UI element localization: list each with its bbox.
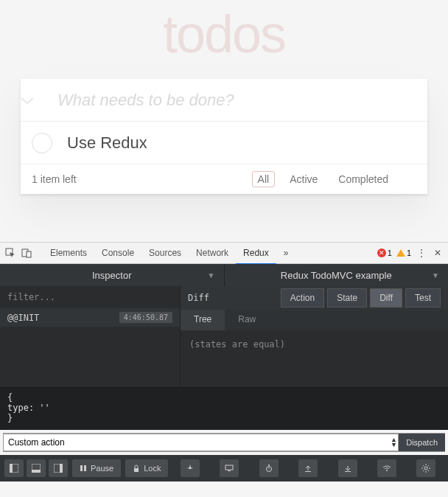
lock-button[interactable]: Lock: [125, 459, 168, 477]
warning-icon: [396, 249, 405, 257]
view-tab-test[interactable]: Test: [405, 288, 441, 307]
toolbar-icons: [172, 459, 444, 477]
diff-message: (states are equal): [181, 330, 448, 358]
tab-console[interactable]: Console: [94, 242, 141, 264]
inspector-header[interactable]: Inspector ▼: [0, 264, 225, 286]
instance-header[interactable]: Redux TodoMVC example ▼: [225, 264, 449, 286]
svg-rect-10: [84, 465, 86, 471]
panel-headers: Inspector ▼ Redux TodoMVC example ▼: [0, 264, 448, 286]
dispatch-select-wrap: Custom action ▲▼: [3, 434, 399, 451]
tab-redux[interactable]: Redux: [236, 242, 276, 264]
dispatch-button[interactable]: Dispatch: [399, 434, 445, 451]
view-label: Diff: [188, 293, 209, 303]
svg-rect-12: [225, 465, 233, 470]
instance-title: Redux TodoMVC example: [281, 270, 392, 281]
svg-rect-4: [10, 464, 13, 473]
dispatch-select[interactable]: Custom action: [3, 434, 399, 451]
pause-icon: [80, 465, 87, 472]
device-toggle-icon[interactable]: [21, 247, 32, 259]
action-code-preview[interactable]: { type: '' }: [0, 386, 448, 430]
todo-item-text: Use Redux: [67, 133, 147, 153]
error-icon: ✕: [377, 248, 386, 257]
timer-icon[interactable]: [259, 459, 279, 477]
svg-rect-9: [80, 465, 83, 471]
warning-badge[interactable]: 1: [396, 248, 411, 257]
svg-rect-6: [32, 470, 41, 473]
close-icon[interactable]: ✕: [432, 247, 444, 259]
sub-tab-raw[interactable]: Raw: [225, 310, 269, 330]
action-filter-input[interactable]: [0, 286, 180, 308]
svg-rect-2: [27, 251, 31, 257]
action-list-panel: @@INIT 4:46:50.87: [0, 286, 181, 386]
devtools-toolbar: Elements Console Sources Network Redux »…: [0, 242, 448, 264]
layout-left-icon[interactable]: [4, 459, 24, 477]
toggle-all-icon[interactable]: [21, 96, 57, 105]
detail-panel: Diff Action State Diff Test Tree Raw (st…: [181, 286, 448, 386]
filter-active[interactable]: Active: [284, 171, 323, 187]
settings-icon[interactable]: [416, 459, 435, 477]
kebab-menu-icon[interactable]: ⋮: [416, 247, 427, 259]
view-tab-state[interactable]: State: [327, 288, 367, 307]
view-tab-diff[interactable]: Diff: [370, 288, 402, 307]
svg-rect-8: [60, 464, 63, 473]
action-timestamp: 4:46:50.87: [119, 312, 172, 323]
tabs-overflow-icon[interactable]: »: [276, 242, 296, 264]
upload-icon[interactable]: [298, 459, 318, 477]
items-left-count: 1 item left: [32, 173, 252, 185]
svg-point-18: [386, 470, 388, 471]
chevron-down-icon: ▼: [208, 271, 215, 279]
new-todo-input[interactable]: [57, 91, 427, 110]
todo-footer: 1 item left All Active Completed: [21, 164, 427, 194]
bottom-toolbar: Pause Lock: [0, 455, 448, 482]
action-type: @@INIT: [7, 313, 39, 323]
pause-label: Pause: [91, 464, 113, 473]
layout-bottom-icon[interactable]: [27, 459, 46, 477]
todo-checkbox[interactable]: [32, 133, 52, 153]
view-tab-action[interactable]: Action: [281, 288, 324, 307]
view-tab-row: Diff Action State Diff Test: [181, 286, 448, 310]
download-icon[interactable]: [338, 459, 357, 477]
todomvc-app: todos Use Redux 1 item left All Active C…: [0, 0, 448, 242]
svg-rect-13: [228, 470, 231, 471]
new-todo-row: [21, 79, 427, 122]
filter-group: All Active Completed: [252, 171, 394, 187]
action-row[interactable]: @@INIT 4:46:50.87: [0, 308, 180, 327]
lock-label: Lock: [144, 464, 161, 473]
warning-count: 1: [407, 248, 411, 257]
pin-icon[interactable]: [181, 459, 200, 477]
redux-devtools-panel: Inspector ▼ Redux TodoMVC example ▼ @@IN…: [0, 264, 448, 497]
panels-row: @@INIT 4:46:50.87 Diff Action State Diff…: [0, 286, 448, 386]
svg-rect-15: [268, 465, 270, 466]
devtools-tabs: Elements Console Sources Network Redux »: [43, 242, 295, 264]
screen-icon[interactable]: [220, 459, 239, 477]
svg-rect-17: [345, 471, 351, 472]
layout-buttons: [4, 459, 68, 477]
tab-sources[interactable]: Sources: [141, 242, 189, 264]
lock-icon: [133, 465, 140, 472]
error-badge[interactable]: ✕ 1: [377, 248, 392, 257]
todo-item[interactable]: Use Redux: [21, 122, 427, 164]
error-count: 1: [388, 248, 392, 257]
filter-all[interactable]: All: [252, 171, 276, 187]
svg-rect-16: [305, 471, 311, 472]
remote-icon[interactable]: [377, 459, 396, 477]
todo-card: Use Redux 1 item left All Active Complet…: [21, 79, 427, 194]
sub-tab-row: Tree Raw: [181, 310, 448, 330]
sub-tab-tree[interactable]: Tree: [181, 310, 225, 330]
dispatch-row: Custom action ▲▼ Dispatch: [3, 433, 445, 452]
pause-button[interactable]: Pause: [72, 459, 121, 477]
chevron-down-icon: ▼: [432, 271, 439, 279]
svg-rect-11: [134, 468, 139, 472]
inspect-element-icon[interactable]: [4, 247, 16, 259]
filter-completed[interactable]: Completed: [332, 171, 394, 187]
app-title: todos: [0, 4, 448, 64]
svg-point-19: [424, 467, 427, 470]
devtools-right: ✕ 1 1 ⋮ ✕: [377, 247, 444, 259]
inspector-title: Inspector: [92, 270, 131, 281]
tab-network[interactable]: Network: [189, 242, 236, 264]
tab-elements[interactable]: Elements: [43, 242, 94, 264]
layout-right-icon[interactable]: [49, 459, 68, 477]
